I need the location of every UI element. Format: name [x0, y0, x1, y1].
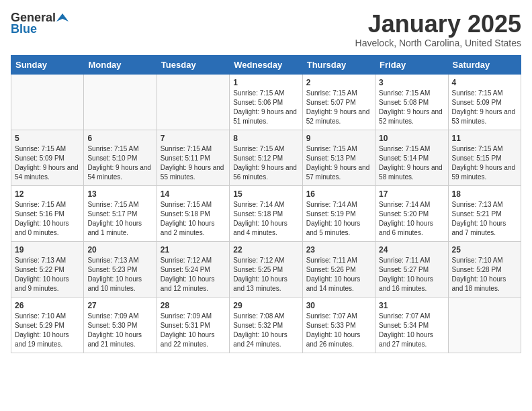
- calendar-cell: 29Sunrise: 7:08 AM Sunset: 5:32 PM Dayli…: [230, 297, 302, 353]
- day-info: Sunrise: 7:08 AM Sunset: 5:32 PM Dayligh…: [233, 312, 298, 349]
- calendar-cell: 20Sunrise: 7:13 AM Sunset: 5:23 PM Dayli…: [84, 241, 157, 297]
- day-number: 5: [15, 134, 80, 143]
- day-info: Sunrise: 7:15 AM Sunset: 5:06 PM Dayligh…: [233, 89, 298, 126]
- calendar-cell: 16Sunrise: 7:14 AM Sunset: 5:19 PM Dayli…: [302, 185, 375, 241]
- calendar-cell: 7Sunrise: 7:15 AM Sunset: 5:11 PM Daylig…: [157, 130, 229, 185]
- day-number: 31: [379, 301, 444, 310]
- day-number: 6: [87, 134, 152, 143]
- calendar-cell: 1Sunrise: 7:15 AM Sunset: 5:06 PM Daylig…: [230, 74, 302, 130]
- calendar-cell: 12Sunrise: 7:15 AM Sunset: 5:16 PM Dayli…: [11, 185, 84, 241]
- calendar-cell: 14Sunrise: 7:15 AM Sunset: 5:18 PM Dayli…: [157, 185, 229, 241]
- title-block: January 2025 Havelock, North Carolina, U…: [355, 11, 521, 48]
- day-info: Sunrise: 7:15 AM Sunset: 5:13 PM Dayligh…: [306, 144, 371, 182]
- day-info: Sunrise: 7:15 AM Sunset: 5:14 PM Dayligh…: [379, 144, 444, 182]
- day-info: Sunrise: 7:10 AM Sunset: 5:29 PM Dayligh…: [15, 312, 80, 349]
- svg-marker-0: [56, 13, 69, 21]
- day-info: Sunrise: 7:14 AM Sunset: 5:20 PM Dayligh…: [379, 200, 444, 238]
- calendar-cell: 13Sunrise: 7:15 AM Sunset: 5:17 PM Dayli…: [84, 185, 157, 241]
- day-number: 14: [161, 189, 226, 199]
- day-info: Sunrise: 7:15 AM Sunset: 5:16 PM Dayligh…: [15, 200, 80, 238]
- day-of-week-header: Sunday: [11, 55, 84, 74]
- day-of-week-header: Saturday: [448, 55, 521, 74]
- day-info: Sunrise: 7:09 AM Sunset: 5:30 PM Dayligh…: [87, 312, 152, 349]
- calendar-cell: [157, 74, 229, 130]
- day-info: Sunrise: 7:14 AM Sunset: 5:19 PM Dayligh…: [306, 200, 371, 238]
- calendar-cell: [84, 74, 157, 130]
- calendar-cell: 22Sunrise: 7:12 AM Sunset: 5:25 PM Dayli…: [230, 241, 302, 297]
- day-number: 29: [233, 301, 298, 310]
- calendar-cell: 23Sunrise: 7:11 AM Sunset: 5:26 PM Dayli…: [302, 241, 375, 297]
- calendar-cell: 9Sunrise: 7:15 AM Sunset: 5:13 PM Daylig…: [302, 130, 375, 185]
- logo: General Blue: [11, 11, 69, 36]
- calendar-week-row: 26Sunrise: 7:10 AM Sunset: 5:29 PM Dayli…: [11, 297, 521, 353]
- calendar-header-row: SundayMondayTuesdayWednesdayThursdayFrid…: [11, 55, 521, 74]
- day-info: Sunrise: 7:11 AM Sunset: 5:26 PM Dayligh…: [306, 256, 371, 293]
- day-info: Sunrise: 7:15 AM Sunset: 5:12 PM Dayligh…: [233, 144, 298, 182]
- day-info: Sunrise: 7:07 AM Sunset: 5:34 PM Dayligh…: [379, 312, 444, 349]
- day-info: Sunrise: 7:14 AM Sunset: 5:18 PM Dayligh…: [233, 200, 298, 238]
- day-number: 3: [379, 78, 444, 87]
- day-info: Sunrise: 7:15 AM Sunset: 5:09 PM Dayligh…: [15, 144, 80, 182]
- calendar-cell: 4Sunrise: 7:15 AM Sunset: 5:09 PM Daylig…: [448, 74, 521, 130]
- day-number: 17: [379, 189, 444, 199]
- day-number: 10: [379, 134, 444, 143]
- day-number: 16: [306, 189, 371, 199]
- calendar-cell: 25Sunrise: 7:10 AM Sunset: 5:28 PM Dayli…: [448, 241, 521, 297]
- day-number: 2: [306, 78, 371, 87]
- calendar-cell: 27Sunrise: 7:09 AM Sunset: 5:30 PM Dayli…: [84, 297, 157, 353]
- calendar-cell: 24Sunrise: 7:11 AM Sunset: 5:27 PM Dayli…: [375, 241, 448, 297]
- day-info: Sunrise: 7:12 AM Sunset: 5:24 PM Dayligh…: [161, 256, 226, 293]
- calendar-week-row: 1Sunrise: 7:15 AM Sunset: 5:06 PM Daylig…: [11, 74, 521, 130]
- day-number: 9: [306, 134, 371, 143]
- month-title: January 2025: [355, 11, 521, 38]
- day-info: Sunrise: 7:07 AM Sunset: 5:33 PM Dayligh…: [306, 312, 371, 349]
- day-info: Sunrise: 7:15 AM Sunset: 5:18 PM Dayligh…: [161, 200, 226, 238]
- day-info: Sunrise: 7:15 AM Sunset: 5:08 PM Dayligh…: [379, 89, 444, 126]
- day-info: Sunrise: 7:15 AM Sunset: 5:07 PM Dayligh…: [306, 89, 371, 126]
- day-number: 15: [233, 189, 298, 199]
- calendar-cell: 30Sunrise: 7:07 AM Sunset: 5:33 PM Dayli…: [302, 297, 375, 353]
- day-number: 28: [161, 301, 226, 310]
- calendar-cell: 31Sunrise: 7:07 AM Sunset: 5:34 PM Dayli…: [375, 297, 448, 353]
- day-number: 19: [15, 245, 80, 255]
- calendar-cell: 19Sunrise: 7:13 AM Sunset: 5:22 PM Dayli…: [11, 241, 84, 297]
- day-number: 22: [233, 245, 298, 255]
- logo-bird-icon: [56, 12, 69, 24]
- day-info: Sunrise: 7:13 AM Sunset: 5:22 PM Dayligh…: [15, 256, 80, 293]
- calendar-cell: 5Sunrise: 7:15 AM Sunset: 5:09 PM Daylig…: [11, 130, 84, 185]
- day-number: 12: [15, 189, 80, 199]
- calendar-cell: 3Sunrise: 7:15 AM Sunset: 5:08 PM Daylig…: [375, 74, 448, 130]
- calendar-week-row: 5Sunrise: 7:15 AM Sunset: 5:09 PM Daylig…: [11, 130, 521, 185]
- day-info: Sunrise: 7:09 AM Sunset: 5:31 PM Dayligh…: [161, 312, 226, 349]
- day-number: 13: [87, 189, 152, 199]
- day-info: Sunrise: 7:15 AM Sunset: 5:10 PM Dayligh…: [87, 144, 152, 182]
- calendar-cell: 6Sunrise: 7:15 AM Sunset: 5:10 PM Daylig…: [84, 130, 157, 185]
- day-number: 21: [161, 245, 226, 255]
- day-info: Sunrise: 7:12 AM Sunset: 5:25 PM Dayligh…: [233, 256, 298, 293]
- day-info: Sunrise: 7:10 AM Sunset: 5:28 PM Dayligh…: [452, 256, 517, 293]
- day-number: 26: [15, 301, 80, 310]
- day-info: Sunrise: 7:15 AM Sunset: 5:09 PM Dayligh…: [452, 89, 517, 126]
- day-number: 8: [233, 134, 298, 143]
- day-info: Sunrise: 7:13 AM Sunset: 5:23 PM Dayligh…: [87, 256, 152, 293]
- day-of-week-header: Tuesday: [157, 55, 229, 74]
- day-info: Sunrise: 7:11 AM Sunset: 5:27 PM Dayligh…: [379, 256, 444, 293]
- day-number: 20: [87, 245, 152, 255]
- day-number: 11: [452, 134, 517, 143]
- calendar-cell: 18Sunrise: 7:13 AM Sunset: 5:21 PM Dayli…: [448, 185, 521, 241]
- location-subtitle: Havelock, North Carolina, United States: [355, 38, 521, 48]
- calendar-cell: 28Sunrise: 7:09 AM Sunset: 5:31 PM Dayli…: [157, 297, 229, 353]
- day-info: Sunrise: 7:15 AM Sunset: 5:17 PM Dayligh…: [87, 200, 152, 238]
- day-number: 23: [306, 245, 371, 255]
- day-number: 27: [87, 301, 152, 310]
- calendar-cell: 10Sunrise: 7:15 AM Sunset: 5:14 PM Dayli…: [375, 130, 448, 185]
- calendar-cell: [11, 74, 84, 130]
- day-number: 25: [452, 245, 517, 255]
- calendar-cell: [448, 297, 521, 353]
- calendar-cell: 15Sunrise: 7:14 AM Sunset: 5:18 PM Dayli…: [230, 185, 302, 241]
- day-number: 7: [161, 134, 226, 143]
- day-number: 1: [233, 78, 298, 87]
- day-of-week-header: Friday: [375, 55, 448, 74]
- calendar-week-row: 12Sunrise: 7:15 AM Sunset: 5:16 PM Dayli…: [11, 185, 521, 241]
- day-number: 24: [379, 245, 444, 255]
